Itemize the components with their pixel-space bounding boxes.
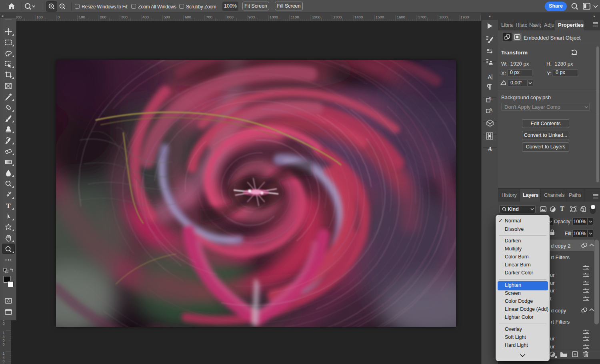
svg-text:1600: 1600 [397, 15, 405, 19]
svg-text:900: 900 [248, 15, 255, 19]
svg-text:A: A [487, 145, 492, 153]
svg-text:500: 500 [164, 15, 170, 19]
svg-text:300: 300 [121, 15, 128, 19]
svg-text:1300: 1300 [333, 15, 342, 19]
svg-text:1100: 1100 [291, 15, 299, 19]
svg-text:1400: 1400 [354, 15, 363, 19]
svg-text:100: 100 [36, 15, 43, 19]
svg-text:1200: 1200 [312, 15, 320, 19]
svg-text:0: 0 [58, 15, 60, 19]
svg-text:1500: 1500 [376, 15, 384, 19]
svg-text:700: 700 [206, 15, 212, 19]
svg-text:1700: 1700 [418, 15, 426, 19]
svg-text:100: 100 [79, 15, 85, 19]
svg-text:A: A [489, 107, 492, 113]
svg-text:T: T [6, 202, 11, 209]
svg-text:800: 800 [227, 15, 234, 19]
svg-text:A: A [488, 74, 492, 80]
svg-text:200: 200 [100, 15, 106, 19]
svg-text:1000: 1000 [270, 15, 278, 19]
svg-text:400: 400 [142, 15, 149, 19]
svg-text:600: 600 [185, 15, 191, 19]
svg-text:1800: 1800 [439, 15, 448, 19]
svg-text:1900: 1900 [460, 15, 469, 19]
svg-text:¶: ¶ [489, 96, 492, 101]
